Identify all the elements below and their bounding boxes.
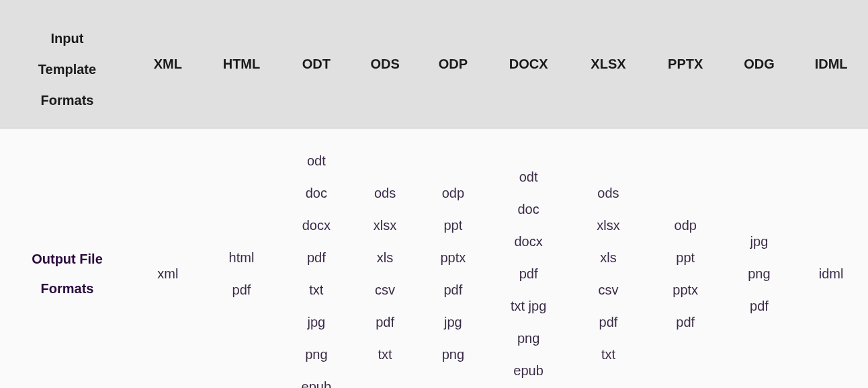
cell-item: jpg — [750, 225, 769, 258]
cell-pptx: odppptpptxpdf — [647, 128, 724, 389]
header-row-label: Input Template Formats — [0, 0, 134, 128]
cell-odp: odppptpptxpdfjpgpng — [419, 128, 487, 389]
cell-item: pptx — [672, 274, 698, 306]
cell-odt: odtdocdocxpdftxtjpgpngepub — [281, 128, 351, 389]
cell-item: png — [305, 338, 327, 371]
row-label: Output File Formats — [0, 128, 134, 389]
cell-item: csv — [598, 274, 618, 306]
cell-item: pdf — [307, 241, 326, 274]
cell-list: odppptpptxpdf — [655, 209, 716, 338]
cell-item: xml — [157, 258, 178, 290]
col-xml: XML — [134, 0, 202, 128]
cell-item: doc — [517, 193, 539, 225]
col-xlsx: XLSX — [570, 0, 647, 128]
col-ods: ODS — [351, 0, 419, 128]
cell-list: xml — [142, 258, 193, 290]
cell-item: pptx — [440, 241, 466, 274]
cell-item: idml — [819, 258, 844, 290]
col-odg: ODG — [724, 0, 795, 128]
col-html: HTML — [202, 0, 282, 128]
cell-list: odtdocdocxpdftxt jpgpngepub — [495, 161, 562, 387]
cell-list: odppptpptxpdfjpgpng — [427, 177, 479, 371]
cell-list: odsxlsxxlscsvpdftxt — [578, 177, 639, 371]
cell-item: docx — [302, 209, 331, 241]
col-docx: DOCX — [487, 0, 570, 128]
cell-item: odt — [519, 161, 538, 193]
cell-item: epub — [513, 354, 544, 387]
cell-item: ods — [597, 177, 619, 209]
cell-list: odtdocdocxpdftxtjpgpngepub — [290, 145, 343, 388]
formats-table-container: Input Template Formats XML HTML ODT ODS … — [0, 0, 868, 388]
cell-item: xls — [600, 241, 616, 274]
cell-item: txt — [378, 338, 392, 371]
cell-idml: idml — [794, 128, 868, 389]
cell-item: png — [517, 322, 539, 354]
cell-item: epub — [302, 371, 332, 388]
col-odt: ODT — [281, 0, 351, 128]
cell-xlsx: odsxlsxxlscsvpdftxt — [570, 128, 647, 389]
cell-list: odsxlsxxlscsvpdftxt — [359, 177, 410, 371]
cell-item: pdf — [599, 306, 618, 338]
cell-item: pdf — [232, 274, 251, 306]
table-header-row: Input Template Formats XML HTML ODT ODS … — [0, 0, 868, 128]
cell-item: pdf — [443, 274, 462, 306]
table-row: Output File Formats xml htmlpdf odtdocdo… — [0, 128, 868, 389]
cell-item: docx — [514, 225, 542, 258]
cell-ods: odsxlsxxlscsvpdftxt — [351, 128, 419, 389]
cell-item: ppt — [443, 209, 462, 241]
cell-item: txt — [309, 274, 323, 306]
cell-item: jpg — [444, 306, 462, 338]
cell-item: pdf — [519, 258, 538, 290]
cell-docx: odtdocdocxpdftxt jpgpngepub — [487, 128, 570, 389]
cell-item: pdf — [376, 306, 394, 338]
cell-html: htmlpdf — [202, 128, 282, 389]
col-idml: IDML — [794, 0, 868, 128]
formats-table: Input Template Formats XML HTML ODT ODS … — [0, 0, 868, 388]
cell-item: xlsx — [597, 209, 619, 241]
cell-xml: xml — [134, 128, 202, 389]
cell-item: xls — [377, 241, 393, 274]
cell-item: odp — [675, 209, 697, 241]
cell-item: xlsx — [374, 209, 396, 241]
cell-item: html — [229, 241, 255, 274]
cell-list: jpgpngpdf — [732, 225, 787, 322]
cell-item: png — [442, 338, 464, 371]
cell-item: pdf — [750, 290, 769, 322]
cell-item: doc — [306, 177, 327, 209]
cell-item: odt — [307, 145, 326, 177]
col-odp: ODP — [419, 0, 487, 128]
cell-item: odp — [442, 177, 464, 209]
cell-item: txt — [601, 338, 615, 371]
cell-item: jpg — [308, 306, 326, 338]
cell-item: png — [748, 258, 770, 290]
cell-item: pdf — [676, 306, 695, 338]
cell-item: txt jpg — [511, 290, 546, 322]
cell-odg: jpgpngpdf — [724, 128, 795, 389]
cell-item: ods — [374, 177, 396, 209]
col-pptx: PPTX — [647, 0, 724, 128]
cell-list: htmlpdf — [210, 241, 274, 306]
cell-list: idml — [802, 258, 860, 290]
cell-item: csv — [375, 274, 395, 306]
cell-item: ppt — [676, 241, 695, 274]
